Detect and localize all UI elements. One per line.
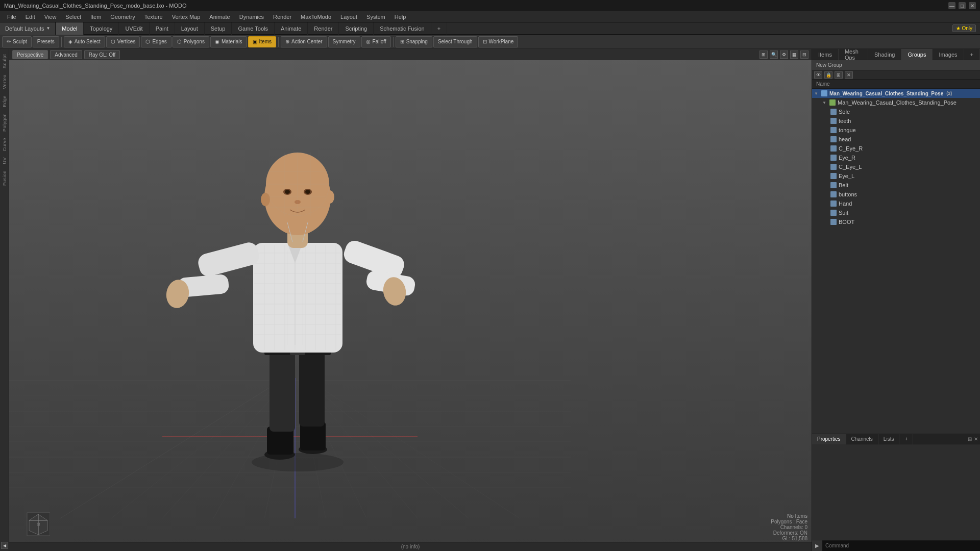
panel-icon-view[interactable]: 👁 [814,71,822,79]
close-button[interactable]: ✕ [969,2,976,9]
viewport-area[interactable]: Perspective Advanced Ray GL: Off ⊞ 🔍 ⚙ ▦… [9,49,812,551]
sidebar-tab-sculpt[interactable]: Sculpt [1,51,8,71]
tree-item-6[interactable]: Eye_R [812,153,980,162]
panel-settings-icon[interactable]: ✕ [974,436,978,442]
tab-schematicfusion[interactable]: Schematic Fusion [374,22,431,35]
tree-item-4[interactable]: head [812,135,980,144]
tree-item-9[interactable]: Belt [812,181,980,190]
vertices-button[interactable]: ⬡ Vertices [106,36,140,47]
items-button[interactable]: ▣ Items [248,36,276,47]
sculpt-button[interactable]: ✏ Sculpt [2,36,32,47]
presets-button[interactable]: Presets [33,36,59,47]
minimize-button[interactable]: — [948,2,955,9]
viewport-icon-5[interactable]: ⊟ [800,51,808,59]
tab-paint[interactable]: Paint [150,22,175,35]
tab-model[interactable]: Model [56,22,84,35]
snapping-button[interactable]: ⊞ Snapping [396,36,432,47]
svg-point-64 [285,190,290,194]
menu-render[interactable]: Render [269,13,296,21]
tree-item-13[interactable]: BOOT [812,217,980,227]
polygons-button[interactable]: ⬡ Polygons [173,36,209,47]
viewport-icon-1[interactable]: ⊞ [760,51,768,59]
rp-tab-groups[interactable]: Groups [901,49,933,60]
tree-item-1[interactable]: Sole [812,107,980,116]
tab-render[interactable]: Render [308,22,339,35]
tab-scripting[interactable]: Scripting [339,22,374,35]
maximize-button[interactable]: □ [959,2,966,9]
panel-icon-dup[interactable]: ⊞ [835,71,843,79]
menu-file[interactable]: File [3,13,20,21]
tree-item-0[interactable]: ▼ Man_Wearing_Casual_Clothes_Standing_Po… [812,98,980,107]
tree-item-root[interactable]: ▼ Man_Wearing_Casual_Clothes_Standing_Po… [812,89,980,98]
layout-dropdown[interactable]: Default Layouts ▼ [0,22,56,35]
sidebar-collapse-button[interactable]: ◀ [1,542,8,549]
panel-expand-icon[interactable]: ⊞ [968,436,972,442]
tab-gametools[interactable]: Game Tools [232,22,275,35]
menu-layout[interactable]: Layout [336,13,361,21]
falloff-button[interactable]: ◎ Falloff [361,36,391,47]
perspective-button[interactable]: Perspective [12,50,48,59]
menu-system[interactable]: System [362,13,389,21]
command-input[interactable] [822,541,980,551]
edges-button[interactable]: ⬡ Edges [141,36,171,47]
menu-edit[interactable]: Edit [21,13,39,21]
menu-dynamics[interactable]: Dynamics [235,13,268,21]
symmetry-button[interactable]: Symmetry [328,36,360,47]
menu-animate[interactable]: Animate [205,13,234,21]
materials-button[interactable]: ◉ Materials [210,36,247,47]
menu-help[interactable]: Help [390,13,410,21]
raygl-button[interactable]: Ray GL: Off [84,50,120,59]
sidebar-tab-fusion[interactable]: Fusion [1,167,8,189]
menu-vertexmap[interactable]: Vertex Map [168,13,205,21]
panel-icon-lock[interactable]: 🔒 [824,71,832,79]
bp-tab-add[interactable]: + [899,434,913,444]
sidebar-tab-edge[interactable]: Edge [1,92,8,110]
selectthrough-button[interactable]: Select Through [433,36,477,47]
tree-item-2[interactable]: teeth [812,116,980,126]
viewport-icon-3[interactable]: ⚙ [780,51,788,59]
menu-view[interactable]: View [40,13,61,21]
sidebar-tab-curve[interactable]: Curve [1,135,8,155]
menu-maxtomodo[interactable]: MaxToModo [297,13,335,21]
autoselect-button[interactable]: ◈ Auto Select [64,36,105,47]
viewport-icon-4[interactable]: ▦ [790,51,798,59]
command-arrow-icon[interactable]: ▶ [812,540,822,552]
only-button[interactable]: ★ Only [952,24,976,32]
bp-tab-channels[interactable]: Channels [846,434,878,444]
tab-uvedit[interactable]: UVEdit [119,22,149,35]
tab-animate[interactable]: Animate [275,22,308,35]
tab-add[interactable]: + [431,22,447,35]
tree-item-10[interactable]: buttons [812,190,980,199]
rp-tab-images[interactable]: Images [933,49,964,60]
sidebar-tab-uv[interactable]: UV [1,154,8,167]
panel-icon-del[interactable]: ✕ [845,71,853,79]
menu-item[interactable]: Item [86,13,105,21]
tree-item-7[interactable]: C_Eye_L [812,162,980,171]
rp-tab-add[interactable]: + [964,49,980,60]
viewport-icon-2[interactable]: 🔍 [770,51,778,59]
workplane-button[interactable]: ⊡ WorkPlane [478,36,519,47]
advanced-button[interactable]: Advanced [50,50,82,59]
rp-tab-items[interactable]: Items [812,49,839,60]
bp-tab-lists[interactable]: Lists [878,434,900,444]
tab-topology[interactable]: Topology [84,22,119,35]
menu-select[interactable]: Select [61,13,85,21]
new-group-button[interactable]: New Group [812,60,980,70]
tree-item-8[interactable]: Eye_L [812,171,980,181]
actioncenter-button[interactable]: ⊕ Action Center [281,36,327,47]
window-controls[interactable]: — □ ✕ [948,2,976,9]
rp-tab-shading[interactable]: Shading [868,49,901,60]
rp-tab-meshops[interactable]: Mesh Ops [839,49,868,60]
tree-item-5[interactable]: C_Eye_R [812,144,980,153]
menu-geometry[interactable]: Geometry [106,13,139,21]
tab-setup[interactable]: Setup [205,22,232,35]
bp-tab-properties[interactable]: Properties [812,434,846,444]
menu-texture[interactable]: Texture [140,13,167,21]
tree-item-12[interactable]: Suit [812,208,980,217]
tab-layout[interactable]: Layout [175,22,205,35]
sidebar-tab-polygon[interactable]: Polygon [1,110,8,135]
viewport-canvas[interactable]: ⊡ No Items Polygons : Face Channels: 0 D… [9,49,812,551]
tree-item-3[interactable]: tongue [812,126,980,135]
sidebar-tab-vertex[interactable]: Vertex [1,71,8,92]
tree-item-11[interactable]: Hand [812,199,980,208]
